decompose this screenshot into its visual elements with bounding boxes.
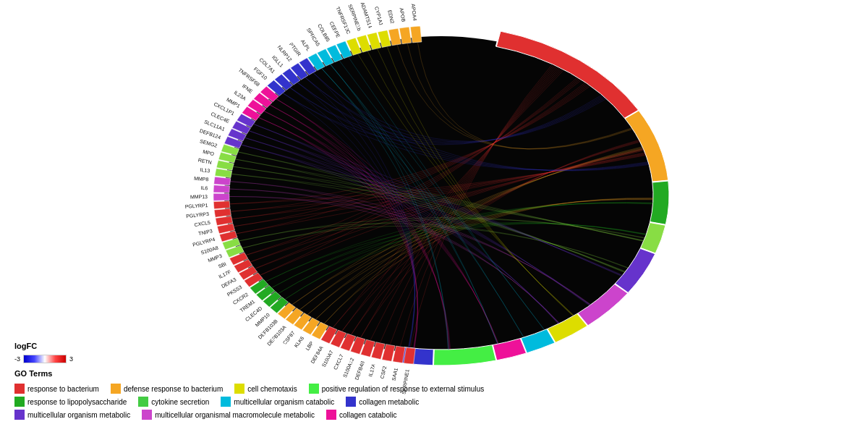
legend-label-lipopolysaccharide: response to lipopolysaccharide (27, 398, 127, 406)
svg-text:SEMG2: SEMG2 (200, 138, 218, 148)
legend-item-4: response to lipopolysaccharide (14, 397, 127, 407)
legend-color-lipopolysaccharide (14, 397, 25, 407)
legend-color-collagen-catabolic (326, 410, 336, 420)
legend-item-0: response to bacterium (14, 384, 99, 394)
legend-item-8: multicellular organism metabolic (14, 410, 130, 420)
svg-text:S100A8: S100A8 (200, 245, 219, 255)
svg-text:MMP8: MMP8 (194, 176, 209, 182)
legend-color-cell-chemotaxis (234, 384, 244, 394)
legend-label-cell-chemotaxis: cell chemotaxis (247, 385, 297, 393)
legend: logFC -3 3 GO Terms response to bacteriu… (14, 342, 484, 420)
svg-text:PGLYRP4: PGLYRP4 (192, 237, 216, 248)
legend-label-cytokine: cytokine secretion (151, 398, 209, 406)
logfc-max: 3 (69, 355, 73, 363)
svg-text:CXCL5: CXCL5 (194, 220, 210, 227)
svg-text:EDN2: EDN2 (387, 9, 395, 24)
logfc-title: logFC (14, 342, 37, 350)
legend-color-defense-response (111, 384, 121, 394)
svg-text:CYP1A1: CYP1A1 (374, 6, 384, 26)
legend-item-9: multicellular organismal macromolecule m… (142, 410, 315, 420)
logfc-min: -3 (14, 355, 20, 363)
legend-color-multicellular-catabolic (221, 397, 231, 407)
svg-text:RETN: RETN (197, 157, 212, 164)
legend-color-response-to-bacterium (14, 384, 25, 394)
svg-text:IGLL1: IGLL1 (271, 54, 284, 68)
svg-text:ALPL: ALPL (300, 38, 312, 51)
svg-text:IL23A: IL23A (233, 90, 247, 101)
legend-item-1: defense response to bacterium (111, 384, 223, 394)
legend-color-collagen-metabolic (346, 397, 356, 407)
legend-label-multicellular-catabolic: multicellular organism catabolic (234, 398, 334, 406)
svg-text:IL13: IL13 (200, 167, 210, 174)
svg-text:IFNE: IFNE (242, 83, 254, 94)
legend-label-multicellular-metabolic: multicellular organism metabolic (27, 411, 130, 419)
svg-text:MPO: MPO (203, 149, 216, 157)
svg-text:IL17F: IL17F (218, 269, 231, 279)
legend-label-defense-response: defense response to bacterium (124, 385, 223, 393)
legend-color-cytokine (138, 397, 148, 407)
svg-text:MMP1: MMP1 (226, 97, 241, 109)
svg-text:APOA4: APOA4 (411, 4, 418, 21)
go-terms-title: GO Terms (14, 369, 52, 378)
legend-row-2: response to lipopolysaccharide cytokine … (14, 397, 484, 407)
svg-text:ADAMTS14: ADAMTS14 (360, 1, 373, 28)
legend-row-1: response to bacterium defense response t… (14, 384, 484, 394)
legend-item-6: multicellular organism catabolic (221, 397, 334, 407)
svg-text:TNIP3: TNIP3 (197, 228, 213, 236)
svg-text:IL6: IL6 (200, 185, 208, 190)
main-container: SERPINE1SAA1CSF2IL17ADEFB4BS100A12CXCL7S… (0, 0, 868, 427)
legend-item-3: positive regulation of response to exter… (309, 384, 485, 394)
legend-item-7: collagen metabolic (346, 397, 419, 407)
svg-text:PTGIR: PTGIR (289, 41, 302, 56)
legend-row-3: multicellular organism metabolic multice… (14, 410, 484, 420)
svg-text:APOB: APOB (399, 7, 407, 22)
svg-text:SBI: SBI (218, 261, 227, 269)
legend-color-macromolecule (142, 410, 152, 420)
svg-text:PGLYRP1: PGLYRP1 (185, 203, 208, 209)
legend-color-positive-reg (309, 384, 319, 394)
legend-label-collagen-catabolic: collagen catabolic (339, 411, 397, 419)
legend-item-10: collagen catabolic (326, 410, 397, 420)
legend-item-5: cytokine secretion (138, 397, 209, 407)
logfc-gradient (23, 355, 67, 363)
legend-label-response-to-bacterium: response to bacterium (27, 385, 99, 393)
svg-text:MMP3: MMP3 (207, 253, 222, 263)
svg-text:MMP13: MMP13 (190, 194, 208, 199)
legend-color-multicellular-metabolic (14, 410, 25, 420)
svg-text:PGLYRP3: PGLYRP3 (186, 211, 209, 219)
legend-item-2: cell chemotaxis (234, 384, 297, 394)
legend-label-macromolecule: multicellular organismal macromolecule m… (155, 411, 315, 419)
legend-label-collagen-metabolic: collagen metabolic (359, 398, 419, 406)
legend-label-positive-reg: positive regulation of response to exter… (322, 385, 485, 393)
